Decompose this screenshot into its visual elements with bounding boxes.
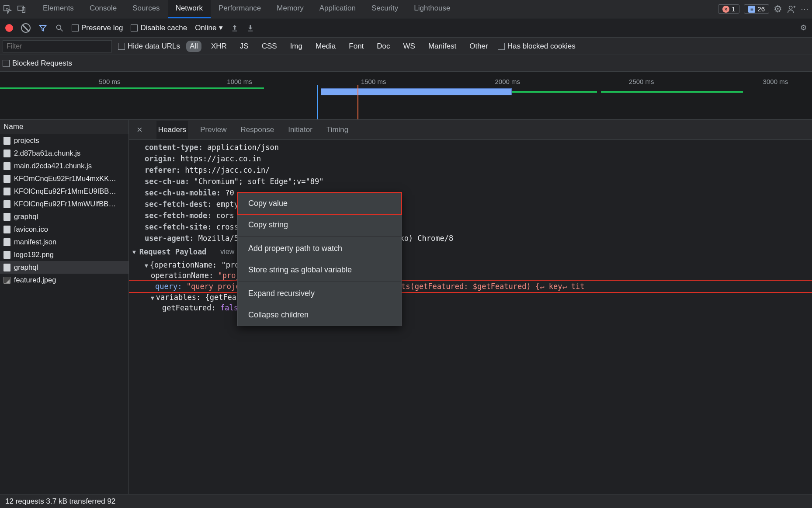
device-toggle-icon[interactable]	[17, 4, 26, 14]
type-ws[interactable]: WS	[400, 41, 419, 52]
request-row[interactable]: KFOlCnqEu92Fr1MmWUlfBB…	[0, 198, 128, 210]
upload-icon[interactable]	[231, 24, 239, 32]
tab-application[interactable]: Application	[312, 0, 364, 18]
type-xhr[interactable]: XHR	[208, 41, 230, 52]
request-row[interactable]: graphql	[0, 261, 128, 274]
type-media[interactable]: Media	[312, 41, 339, 52]
ctx-add-path-watch[interactable]: Add property path to watch	[238, 238, 401, 259]
message-badge[interactable]: ≡26	[744, 4, 769, 14]
filter-toggle-icon[interactable]	[38, 24, 47, 32]
ctx-collapse-children[interactable]: Collapse children	[238, 304, 401, 326]
dtab-preview[interactable]: Preview	[198, 121, 228, 139]
type-js[interactable]: JS	[236, 41, 252, 52]
inspect-icon[interactable]	[3, 4, 12, 14]
preserve-log-checkbox[interactable]: Preserve log	[72, 24, 123, 32]
dtab-response[interactable]: Response	[239, 121, 276, 139]
file-icon	[3, 200, 10, 208]
header-line[interactable]: user-agent: Mozilla/5.0 pleWebKit/537.36…	[129, 233, 812, 244]
dtab-timing[interactable]: Timing	[325, 121, 350, 139]
blocked-requests-row: Blocked Requests	[0, 55, 812, 72]
tab-lighthouse[interactable]: Lighthouse	[406, 0, 458, 18]
dtab-initiator[interactable]: Initiator	[286, 121, 314, 139]
type-manifest[interactable]: Manifest	[425, 41, 460, 52]
header-line[interactable]: origin: https://jacc.co.in	[129, 153, 812, 164]
query-key: query:	[155, 282, 182, 291]
request-row[interactable]: logo192.png	[0, 248, 128, 261]
search-icon[interactable]	[55, 24, 64, 32]
tab-memory[interactable]: Memory	[269, 0, 311, 18]
view-source-link[interactable]: view	[220, 248, 234, 256]
tab-security[interactable]: Security	[364, 0, 406, 18]
network-toolbar: Preserve log Disable cache Online ▾ ⚙	[0, 18, 812, 38]
request-row[interactable]: favicon.ico	[0, 223, 128, 236]
profile-icon[interactable]	[787, 4, 796, 14]
header-line[interactable]: content-type: application/json	[129, 142, 812, 153]
type-img[interactable]: Img	[287, 41, 306, 52]
ctx-store-global[interactable]: Store string as global variable	[238, 259, 401, 281]
filter-input[interactable]	[3, 40, 112, 52]
header-value: application/json	[203, 143, 279, 152]
error-badge[interactable]: ×1	[718, 4, 739, 14]
tab-sources[interactable]: Sources	[125, 0, 167, 18]
payload-query-row[interactable]: query: "query projects($getFeatured: Boo…	[129, 281, 812, 292]
tab-network[interactable]: Network	[168, 0, 211, 18]
request-payload-section[interactable]: ▼ Request Payload view	[129, 244, 812, 260]
payload-getfeatured[interactable]: getFeatured: false	[129, 303, 812, 313]
request-name: featured.jpeg	[14, 276, 56, 284]
download-icon[interactable]	[246, 24, 254, 32]
type-doc[interactable]: Doc	[373, 41, 393, 52]
op-key: operationName:	[151, 271, 213, 280]
request-row[interactable]: manifest.json	[0, 236, 128, 248]
type-other[interactable]: Other	[466, 41, 492, 52]
disable-cache-checkbox[interactable]: Disable cache	[131, 24, 187, 32]
has-blocked-cookies-label: Has blocked cookies	[507, 42, 576, 51]
request-row[interactable]: graphql	[0, 210, 128, 223]
record-button[interactable]	[5, 24, 13, 32]
header-line[interactable]: sec-ch-ua: "Chromium"; soft Edge";v="89"	[129, 176, 812, 187]
payload-root[interactable]: ▼{operationName: "proj ,…}	[129, 260, 812, 270]
close-detail-button[interactable]: ×	[133, 124, 146, 136]
throttling-select[interactable]: Online ▾	[195, 23, 223, 32]
file-icon	[3, 213, 10, 221]
waterfall-overview[interactable]: 500 ms 1000 ms 1500 ms 2000 ms 2500 ms 3…	[0, 72, 812, 120]
type-all[interactable]: All	[186, 41, 201, 52]
gear-icon[interactable]: ⚙	[774, 3, 782, 15]
request-row[interactable]: featured.jpeg	[0, 274, 128, 286]
ctx-copy-string[interactable]: Copy string	[238, 214, 401, 236]
header-line[interactable]: sec-fetch-site: cross-si	[129, 221, 812, 233]
request-row[interactable]: KFOmCnqEu92Fr1Mu4mxKK…	[0, 172, 128, 185]
type-css[interactable]: CSS	[258, 41, 281, 52]
file-icon	[3, 175, 10, 183]
ctx-copy-value[interactable]: Copy value	[238, 193, 401, 214]
type-font[interactable]: Font	[345, 41, 367, 52]
more-icon[interactable]: ⋯	[801, 4, 809, 14]
request-row[interactable]: 2.d87ba61a.chunk.js	[0, 147, 128, 160]
blocked-requests-label: Blocked Requests	[12, 59, 72, 68]
payload-operation-name[interactable]: operationName: "proj	[129, 270, 812, 281]
request-name: 2.d87ba61a.chunk.js	[14, 149, 80, 157]
file-icon	[3, 188, 10, 195]
request-row[interactable]: projects	[0, 134, 128, 147]
blocked-requests-checkbox[interactable]: Blocked Requests	[3, 59, 72, 68]
header-line[interactable]: referer: https://jacc.co.in/	[129, 164, 812, 176]
dtab-headers[interactable]: Headers	[156, 121, 188, 139]
tab-performance[interactable]: Performance	[211, 0, 269, 18]
request-row[interactable]: main.d2cda421.chunk.js	[0, 160, 128, 172]
tab-console[interactable]: Console	[82, 0, 125, 18]
ctx-expand-recursively[interactable]: Expand recursively	[238, 283, 401, 304]
header-line[interactable]: sec-fetch-dest: empty	[129, 198, 812, 210]
tab-elements[interactable]: Elements	[35, 0, 82, 18]
clear-button[interactable]	[21, 23, 31, 33]
file-icon	[3, 251, 10, 259]
tick-1000: 1000 ms	[227, 78, 252, 85]
request-name: logo192.png	[14, 251, 54, 259]
gf-key: getFeatured:	[162, 303, 216, 312]
has-blocked-cookies-checkbox[interactable]: Has blocked cookies	[498, 42, 576, 51]
request-list-header: Name	[0, 120, 128, 134]
header-line[interactable]: sec-ch-ua-mobile: ?0	[129, 187, 812, 198]
hide-data-urls-checkbox[interactable]: Hide data URLs	[118, 42, 180, 51]
payload-variables[interactable]: ▼variables: {getFeatured: false}	[129, 292, 812, 303]
network-settings-icon[interactable]: ⚙	[800, 23, 807, 32]
request-row[interactable]: KFOlCnqEu92Fr1MmEU9fBB…	[0, 185, 128, 198]
header-line[interactable]: sec-fetch-mode: cors	[129, 210, 812, 221]
